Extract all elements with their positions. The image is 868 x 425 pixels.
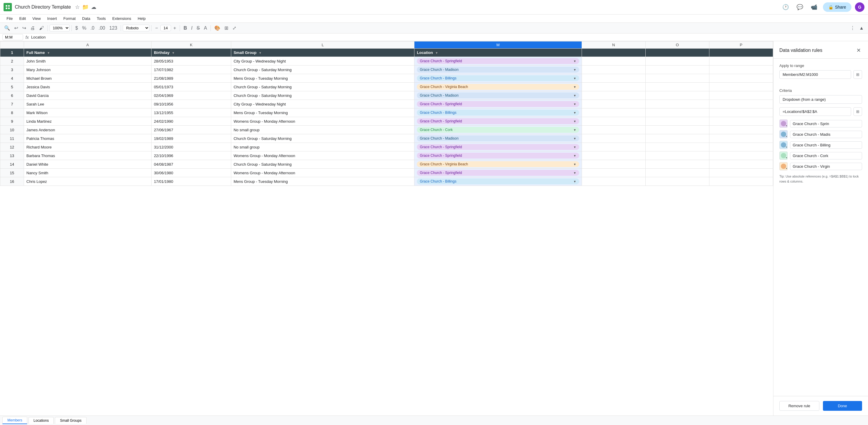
print-icon[interactable]: 🖨 <box>28 24 37 32</box>
cell-location-4[interactable]: Grace Church - Billings ▼ <box>414 74 582 83</box>
cell-birthday-9[interactable]: 24/02/1990 <box>152 117 231 126</box>
cell-birthday-3[interactable]: 17/07/1982 <box>152 65 231 74</box>
location-dropdown-2[interactable]: Grace Church - Springfield ▼ <box>417 58 579 64</box>
location-dropdown-3[interactable]: Grace Church - Madison ▼ <box>417 67 579 73</box>
cell-group-15[interactable]: Womens Group - Monday Afternoon <box>231 169 414 177</box>
cell-group-4[interactable]: Mens Group - Tuesday Morning <box>231 74 414 83</box>
col-header-m[interactable]: M <box>414 41 582 48</box>
decimal-inc-btn[interactable]: .00 <box>97 24 107 32</box>
sheet-tab-locations[interactable]: Locations <box>28 417 54 424</box>
undo-icon[interactable]: ↩ <box>12 24 20 32</box>
cell-name-6[interactable]: David Garcia <box>24 91 152 100</box>
location-dropdown-15[interactable]: Grace Church - Springfield ▼ <box>417 170 579 176</box>
cell-birthday-14[interactable]: 04/08/1987 <box>152 160 231 169</box>
cell-location-3[interactable]: Grace Church - Madison ▼ <box>414 65 582 74</box>
cell-birthday-6[interactable]: 02/04/1969 <box>152 91 231 100</box>
number-format-btn[interactable]: 123 <box>107 24 119 32</box>
cell-location-15[interactable]: Grace Church - Springfield ▼ <box>414 169 582 177</box>
location-dropdown-5[interactable]: Grace Church - Virginia Beach ▼ <box>417 84 579 90</box>
currency-btn[interactable]: $ <box>73 24 80 32</box>
col-header-o[interactable]: O <box>645 41 709 48</box>
location-dropdown-9[interactable]: Grace Church - Springfield ▼ <box>417 118 579 124</box>
select-range-button[interactable]: ⊞ <box>854 70 862 79</box>
color-swatch-0[interactable]: ▾ <box>779 120 788 128</box>
menu-edit[interactable]: Edit <box>16 15 29 22</box>
cell-location-5[interactable]: Grace Church - Virginia Beach ▼ <box>414 83 582 91</box>
fill-color-btn[interactable]: 🎨 <box>213 24 222 32</box>
search-icon[interactable]: 🔍 <box>2 24 12 32</box>
color-swatch-2[interactable]: ▾ <box>779 141 788 149</box>
location-dropdown-14[interactable]: Grace Church - Virginia Beach ▼ <box>417 161 579 167</box>
cell-birthday-8[interactable]: 13/12/1955 <box>152 108 231 117</box>
cell-birthday-13[interactable]: 22/10/1996 <box>152 152 231 160</box>
cell-group-9[interactable]: Womens Group - Monday Afternoon <box>231 117 414 126</box>
cell-location-12[interactable]: Grace Church - Springfield ▼ <box>414 143 582 152</box>
cell-group-5[interactable]: Church Group - Saturday Morning <box>231 83 414 91</box>
cell-name-7[interactable]: Sarah Lee <box>24 100 152 108</box>
cell-birthday-2[interactable]: 28/05/1953 <box>152 57 231 65</box>
menu-format[interactable]: Format <box>60 15 79 22</box>
color-swatch-4[interactable]: ▾ <box>779 162 788 170</box>
cell-location-16[interactable]: Grace Church - Billings ▼ <box>414 177 582 186</box>
cell-name-5[interactable]: Jessica Davis <box>24 83 152 91</box>
cell-name-16[interactable]: Chris Lopez <box>24 177 152 186</box>
location-dropdown-11[interactable]: Grace Church - Madison ▼ <box>417 135 579 141</box>
col-header-n[interactable]: N <box>582 41 645 48</box>
col-header-p[interactable]: P <box>709 41 773 48</box>
cell-location-8[interactable]: Grace Church - Billings ▼ <box>414 108 582 117</box>
italic-btn[interactable]: I <box>189 24 194 32</box>
decimal-dec-btn[interactable]: .0 <box>89 24 96 32</box>
menu-data[interactable]: Data <box>79 15 93 22</box>
cell-group-7[interactable]: City Group - Wednesday Night <box>231 100 414 108</box>
borders-btn[interactable]: ⊞ <box>223 24 230 32</box>
sheet-tab-smallgroups[interactable]: Small Groups <box>55 417 87 424</box>
sheet-tab-members[interactable]: Members <box>2 417 27 424</box>
done-button[interactable]: Done <box>823 401 862 411</box>
cell-group-16[interactable]: Mens Group - Tuesday Morning <box>231 177 414 186</box>
cell-location-6[interactable]: Grace Church - Madison ▼ <box>414 91 582 100</box>
font-size-input[interactable] <box>160 25 171 31</box>
col-header-l[interactable]: L <box>231 41 414 48</box>
history-icon[interactable]: 🕐 <box>780 2 791 12</box>
cell-group-12[interactable]: No small group <box>231 143 414 152</box>
cell-group-13[interactable]: Womens Group - Monday Afternoon <box>231 152 414 160</box>
formula-field[interactable] <box>779 107 851 116</box>
cell-name-4[interactable]: Michael Brown <box>24 74 152 83</box>
cell-location-10[interactable]: Grace Church - Cork ▼ <box>414 126 582 134</box>
redo-icon[interactable]: ↪ <box>21 24 28 32</box>
location-dropdown-7[interactable]: Grace Church - Springfield ▼ <box>417 101 579 107</box>
font-color-btn[interactable]: A <box>202 24 209 32</box>
spreadsheet[interactable]: A K L M N O P 1 Full Name ▼ Birthday ▼ S… <box>0 41 773 416</box>
cell-location-9[interactable]: Grace Church - Springfield ▼ <box>414 117 582 126</box>
col-header-a[interactable]: A <box>24 41 152 48</box>
cell-name-9[interactable]: Linda Martinez <box>24 117 152 126</box>
cell-group-14[interactable]: Church Group - Saturday Morning <box>231 160 414 169</box>
menu-insert[interactable]: Insert <box>44 15 60 22</box>
avatar[interactable]: G <box>855 2 864 12</box>
cell-birthday-7[interactable]: 09/10/1956 <box>152 100 231 108</box>
cell-name-8[interactable]: Mark Wilson <box>24 108 152 117</box>
font-size-inc-btn[interactable]: + <box>172 24 178 32</box>
cell-group-6[interactable]: Church Group - Saturday Morning <box>231 91 414 100</box>
location-dropdown-8[interactable]: Grace Church - Billings ▼ <box>417 110 579 116</box>
comments-icon[interactable]: 💬 <box>795 2 805 12</box>
remove-rule-button[interactable]: Remove rule <box>779 401 819 411</box>
close-sidebar-button[interactable]: ✕ <box>855 46 862 55</box>
cell-group-11[interactable]: Church Group - Saturday Morning <box>231 134 414 143</box>
cell-name-3[interactable]: Mary Johnson <box>24 65 152 74</box>
color-swatch-1[interactable]: ▾ <box>779 130 788 138</box>
menu-file[interactable]: File <box>4 15 16 22</box>
location-dropdown-6[interactable]: Grace Church - Madison ▼ <box>417 93 579 98</box>
cell-location-13[interactable]: Grace Church - Springfield ▼ <box>414 152 582 160</box>
location-dropdown-10[interactable]: Grace Church - Cork ▼ <box>417 127 579 133</box>
cell-location-14[interactable]: Grace Church - Virginia Beach ▼ <box>414 160 582 169</box>
zoom-select[interactable]: 100% 75% 150% <box>50 25 70 31</box>
cell-birthday-11[interactable]: 19/02/1989 <box>152 134 231 143</box>
location-dropdown-16[interactable]: Grace Church - Billings ▼ <box>417 178 579 184</box>
font-select[interactable]: Roboto Arial <box>123 25 149 31</box>
cell-location-2[interactable]: Grace Church - Springfield ▼ <box>414 57 582 65</box>
cell-name-13[interactable]: Barbara Thomas <box>24 152 152 160</box>
cell-group-10[interactable]: No small group <box>231 126 414 134</box>
strikethrough-btn[interactable]: S <box>195 24 202 32</box>
collapse-toolbar-btn[interactable]: ▲ <box>857 24 866 32</box>
